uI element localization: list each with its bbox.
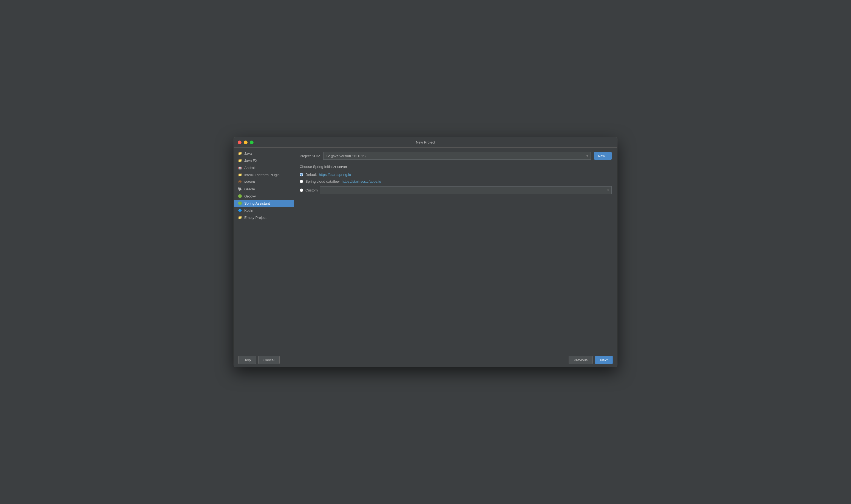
radio-custom-label[interactable]: Custom [306, 188, 318, 192]
sidebar-item-empty[interactable]: 📁 Empty Project [234, 214, 294, 221]
empty-icon: 📁 [238, 215, 242, 220]
spring-icon: 🟢 [238, 201, 242, 205]
sdk-select[interactable]: 12 (java version "12.0.1") [323, 152, 591, 160]
new-sdk-button[interactable]: New... [594, 152, 612, 160]
footer: Help Cancel Previous Next [234, 353, 617, 367]
android-icon: 🤖 [238, 165, 242, 170]
maven-icon: Ⓜ [238, 180, 242, 184]
previous-button[interactable]: Previous [569, 356, 593, 364]
help-button[interactable]: Help [238, 356, 256, 364]
sidebar-label-empty: Empty Project [244, 216, 266, 220]
new-project-dialog: New Project 📁 Java 📁 Java FX 🤖 Android 📁… [233, 137, 618, 367]
radio-row-default: Default https://start.spring.io [300, 173, 612, 177]
traffic-lights [238, 141, 254, 144]
titlebar: New Project [234, 137, 617, 148]
maximize-button[interactable] [250, 141, 254, 144]
section-title: Choose Spring Initializr server [300, 165, 612, 169]
sidebar-item-maven[interactable]: Ⓜ Maven [234, 178, 294, 185]
sidebar-label-intellij: IntelliJ Platform Plugin [244, 173, 280, 177]
footer-left: Help Cancel [238, 356, 280, 364]
kotlin-icon: 🔷 [238, 208, 242, 213]
sidebar-item-groovy[interactable]: 🟢 Groovy [234, 193, 294, 200]
sidebar-item-android[interactable]: 🤖 Android [234, 164, 294, 171]
intellij-icon: 📁 [238, 173, 242, 177]
radio-row-cloud: Spring cloud dataflow https://start-scs.… [300, 179, 612, 183]
radio-cloud[interactable] [300, 180, 303, 183]
next-button[interactable]: Next [595, 356, 613, 364]
sdk-label: Project SDK: [300, 154, 320, 158]
radio-cloud-url[interactable]: https://start-scs.cfapps.io [342, 179, 381, 183]
javafx-icon: 📁 [238, 158, 242, 163]
radio-default-url[interactable]: https://start.spring.io [319, 173, 351, 177]
sidebar: 📁 Java 📁 Java FX 🤖 Android 📁 IntelliJ Pl… [234, 148, 294, 353]
sidebar-label-android: Android [244, 166, 257, 170]
main-content: 📁 Java 📁 Java FX 🤖 Android 📁 IntelliJ Pl… [234, 148, 617, 353]
sidebar-item-java[interactable]: 📁 Java [234, 150, 294, 157]
sidebar-label-kotlin: Kotlin [244, 209, 253, 213]
window-title: New Project [416, 140, 435, 144]
custom-url-input[interactable] [320, 186, 612, 194]
radio-default[interactable] [300, 173, 303, 176]
sidebar-item-javafx[interactable]: 📁 Java FX [234, 157, 294, 164]
sidebar-label-java: Java [244, 151, 252, 156]
radio-group: Default https://start.spring.io Spring c… [300, 173, 612, 194]
groovy-icon: 🟢 [238, 194, 242, 198]
sidebar-item-kotlin[interactable]: 🔷 Kotlin [234, 207, 294, 214]
sidebar-item-gradle[interactable]: 🐘 Gradle [234, 185, 294, 193]
cancel-button[interactable]: Cancel [258, 356, 280, 364]
sidebar-label-gradle: Gradle [244, 187, 255, 191]
gradle-icon: 🐘 [238, 187, 242, 191]
radio-cloud-label[interactable]: Spring cloud dataflow [306, 179, 340, 183]
sidebar-item-intellij[interactable]: 📁 IntelliJ Platform Plugin [234, 171, 294, 178]
radio-custom[interactable] [300, 188, 303, 192]
sdk-row: Project SDK: 12 (java version "12.0.1") … [300, 152, 612, 160]
footer-right: Previous Next [569, 356, 613, 364]
sidebar-label-spring: Spring Assistant [244, 201, 270, 205]
java-icon: 📁 [238, 151, 242, 156]
close-button[interactable] [238, 141, 242, 144]
sidebar-label-maven: Maven [244, 180, 255, 184]
right-panel: Project SDK: 12 (java version "12.0.1") … [294, 148, 617, 353]
sdk-dropdown-wrapper: 12 (java version "12.0.1") [323, 152, 591, 160]
radio-default-label[interactable]: Default [306, 173, 317, 177]
sidebar-item-spring[interactable]: 🟢 Spring Assistant [234, 200, 294, 207]
sidebar-label-javafx: Java FX [244, 159, 257, 163]
sidebar-label-groovy: Groovy [244, 194, 256, 198]
radio-row-custom: Custom [300, 186, 612, 194]
custom-input-wrapper [320, 186, 612, 194]
minimize-button[interactable] [244, 141, 247, 144]
